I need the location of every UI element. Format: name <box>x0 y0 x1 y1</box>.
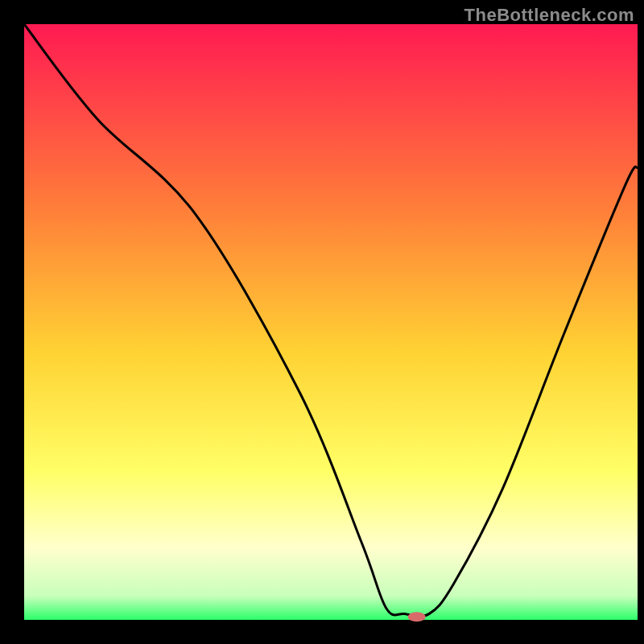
optimal-point-marker <box>408 612 426 621</box>
chart-svg <box>0 0 644 644</box>
plot-background <box>24 24 638 620</box>
bottleneck-chart: TheBottleneck.com <box>0 0 644 644</box>
watermark-text: TheBottleneck.com <box>464 5 634 26</box>
